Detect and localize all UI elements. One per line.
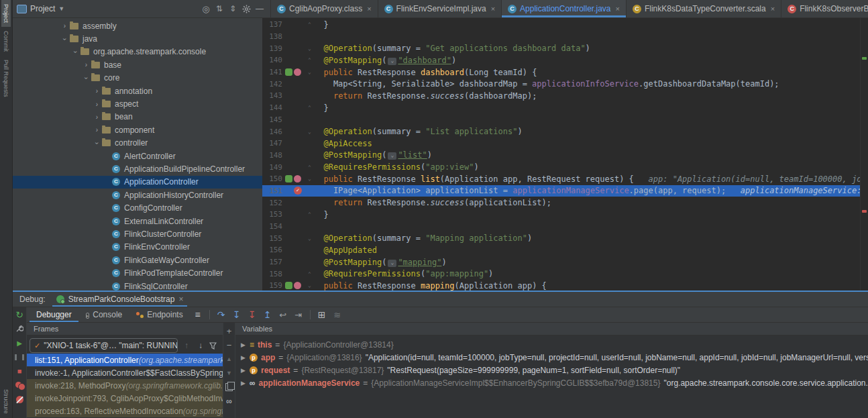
chevron-collapsed-icon[interactable]: › (92, 113, 102, 121)
tree-item-core[interactable]: ›core (13, 72, 262, 85)
stripe-item-commit[interactable]: Commit (1, 27, 11, 56)
chevron-right-icon[interactable]: ▶ (241, 367, 246, 374)
close-icon[interactable]: × (491, 5, 495, 13)
stack-frame[interactable]: list:151, ApplicationController (org.apa… (27, 354, 223, 366)
request-mapping-icon[interactable] (294, 175, 301, 182)
line-number[interactable]: 147 (262, 139, 282, 148)
variable-row[interactable]: ▶∞applicationManageService = {Applicatio… (235, 376, 868, 389)
line-number[interactable]: 141 (262, 68, 282, 76)
line-number[interactable]: 151 (262, 187, 282, 195)
tree-item-aspect[interactable]: ›aspect (13, 97, 262, 110)
variable-row[interactable]: ▶prequest = {RestRequest@13817} "RestReq… (235, 364, 868, 376)
chevron-right-icon[interactable]: ▶ (241, 354, 246, 361)
filter-icon[interactable] (209, 342, 220, 350)
frame-up-icon[interactable]: ↑ (181, 341, 192, 350)
chevron-collapsed-icon[interactable]: › (60, 22, 70, 30)
force-step-into-icon[interactable]: ↧ (245, 309, 260, 321)
variable-row[interactable]: ▶papp = {Application@13816} "Application… (235, 351, 868, 364)
tree-item-externallinkcontroller[interactable]: CExternalLinkController (13, 215, 262, 227)
chevron-expanded-icon[interactable]: › (93, 138, 101, 148)
spring-bean-icon[interactable] (285, 68, 292, 76)
fold-marker-icon[interactable]: ⌄ (305, 236, 314, 242)
line-number[interactable]: 155 (262, 234, 282, 243)
move-up-icon[interactable]: ▲ (225, 354, 234, 364)
editor-tab-flinkk8sdatatypeconverter-scala[interactable]: CFlinkK8sDataTypeConverter.scala× (627, 0, 781, 17)
debug-tab-debugger[interactable]: Debugger (30, 307, 78, 322)
tree-item-flinkenvcontroller[interactable]: CFlinkEnvController (13, 241, 262, 254)
step-into-icon[interactable]: ↧ (229, 309, 244, 321)
expand-all-icon[interactable]: ⇅ (213, 2, 226, 15)
chevron-collapsed-icon[interactable]: › (92, 87, 102, 95)
editor-error-stripe[interactable] (860, 18, 868, 291)
fold-marker-icon[interactable]: ⌄ (305, 69, 314, 75)
chevron-collapsed-icon[interactable]: › (92, 101, 102, 108)
trace-icon[interactable]: ≋ (330, 309, 345, 321)
thread-dropdown[interactable]: ✓"XNIO-1 task-6"@… "main": RUNNING▼ (30, 338, 178, 353)
tree-item-applicationbuildpipelinecontroller[interactable]: CApplicationBuildPipelineController (13, 162, 262, 175)
tree-item-applicationhistorycontroller[interactable]: CApplicationHistoryController (13, 189, 262, 201)
line-number[interactable]: 152 (262, 199, 282, 207)
chevron-right-icon[interactable]: ▶ (241, 342, 246, 348)
debug-tab-console[interactable]: ▸Console (79, 307, 129, 322)
tree-item-flinksqlcontroller[interactable]: CFlinkSqlController (13, 280, 262, 291)
chevron-collapsed-icon[interactable]: › (92, 126, 102, 134)
stack-frame[interactable]: invokeJoinpoint:793, CglibAopProxy$Cglib… (27, 392, 223, 405)
tree-item-base[interactable]: ›base (13, 58, 262, 71)
chevron-expanded-icon[interactable]: › (83, 73, 90, 83)
debug-tab-endpoints[interactable]: Endpoints (129, 307, 189, 322)
line-number[interactable]: 149 (262, 163, 282, 172)
mapping-inlay-icon[interactable]: ⌄ (388, 260, 396, 267)
line-number[interactable]: 143 (262, 91, 282, 100)
tree-item-org-apache-streampark-console[interactable]: ›org.apache.streampark.console (13, 46, 262, 58)
line-number[interactable]: 150 (262, 174, 282, 183)
close-icon[interactable]: × (771, 5, 775, 13)
locate-icon[interactable]: ◎ (199, 2, 213, 15)
line-number[interactable]: 156 (262, 246, 282, 254)
tree-item-flinkclustercontroller[interactable]: CFlinkClusterController (13, 227, 262, 240)
endpoints-icon[interactable] (136, 312, 144, 318)
stack-frame[interactable]: proceed:163, ReflectiveMethodInvocation … (27, 405, 223, 417)
copy-icon[interactable] (225, 382, 234, 392)
chevron-collapsed-icon[interactable]: › (81, 61, 91, 68)
rerun-icon[interactable]: ↻ (14, 309, 25, 320)
tree-item-component[interactable]: ›component (13, 123, 262, 136)
tree-item-flinkpodtemplatecontroller[interactable]: CFlinkPodTemplateController (13, 266, 262, 279)
tree-item-alertcontroller[interactable]: CAlertController (13, 150, 262, 162)
chevron-expanded-icon[interactable]: › (72, 47, 79, 57)
watch-infinity-icon[interactable]: ∞ (225, 397, 234, 406)
move-down-icon[interactable]: ▼ (225, 368, 234, 378)
line-number[interactable]: 159 (262, 281, 282, 290)
drop-frame-icon[interactable]: ↩ (276, 309, 290, 321)
editor-tab-applicationcontroller-java[interactable]: CApplicationController.java× (502, 0, 627, 17)
resume-icon[interactable]: ▶ (14, 337, 25, 348)
editor-tab-flinkenvserviceimpl-java[interactable]: CFlinkEnvServiceImpl.java× (378, 0, 502, 17)
step-out-icon[interactable]: ↥ (260, 309, 275, 321)
line-number[interactable]: 142 (262, 80, 282, 89)
view-breakpoints-icon[interactable] (14, 380, 25, 390)
line-number[interactable]: 138 (262, 32, 282, 41)
fold-marker-icon[interactable]: ⌃ (305, 57, 314, 63)
remove-watch-icon[interactable]: − (225, 340, 234, 350)
fold-marker-icon[interactable]: ⌄ (305, 176, 314, 182)
stop-icon[interactable]: ■ (14, 366, 25, 376)
fold-marker-icon[interactable]: ⌃ (305, 211, 314, 217)
variable-row[interactable]: ▶≡this = {ApplicationController@13814} (235, 338, 868, 351)
fold-marker-icon[interactable]: ⌃ (305, 271, 314, 277)
line-number[interactable]: 158 (262, 270, 282, 278)
console-icon[interactable]: ▸ (86, 310, 90, 319)
mute-breakpoints-icon[interactable] (14, 394, 25, 405)
settings-icon[interactable] (239, 2, 253, 15)
line-number[interactable]: 153 (262, 210, 282, 219)
step-over-icon[interactable]: ↷ (214, 309, 229, 321)
editor-tab-cglibaopproxy-class[interactable]: CCglibAopProxy.class× (271, 0, 378, 17)
add-watch-icon[interactable]: + (225, 326, 234, 335)
tree-item-bean[interactable]: ›bean (13, 111, 262, 123)
settings-wrench-icon[interactable] (14, 323, 25, 334)
code-editor[interactable]: 137⌃ }138139⌄ @Operation(summary = "Get … (262, 18, 868, 291)
line-number[interactable]: 146 (262, 127, 282, 136)
fold-marker-icon[interactable]: ⌃ (305, 164, 314, 170)
close-icon[interactable]: × (616, 5, 620, 13)
chevron-expanded-icon[interactable]: › (61, 34, 68, 44)
line-number[interactable]: 145 (262, 115, 282, 124)
request-mapping-icon[interactable] (294, 282, 301, 289)
